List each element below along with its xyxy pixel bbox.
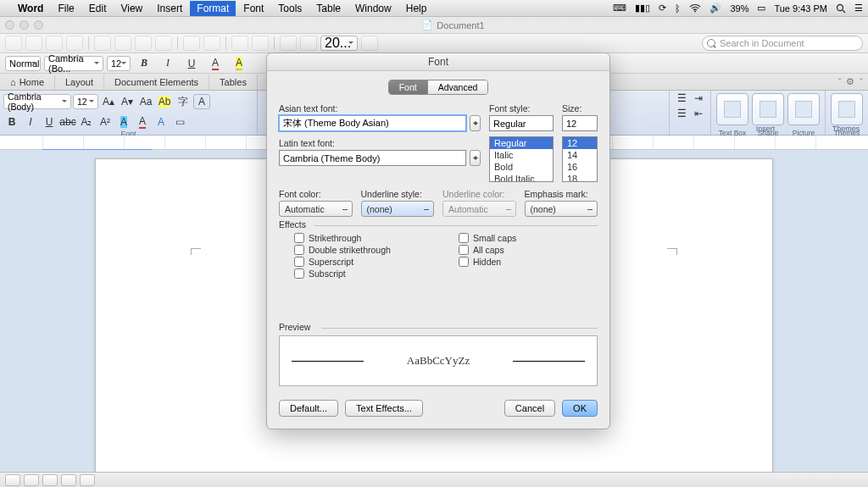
- textbox-button[interactable]: [716, 93, 748, 125]
- menu-view[interactable]: View: [114, 1, 149, 16]
- font-select[interactable]: Cambria (Bo...: [44, 56, 103, 71]
- clock[interactable]: Tue 9:43 PM: [774, 3, 827, 14]
- change-case-button[interactable]: Aa: [137, 94, 154, 109]
- copy-button[interactable]: [114, 36, 131, 51]
- grow-font-button[interactable]: A▴: [100, 94, 117, 109]
- open-button[interactable]: [25, 36, 42, 51]
- bold-button2[interactable]: B: [3, 114, 20, 130]
- notification-icon[interactable]: ☰: [854, 3, 863, 14]
- bullets-button[interactable]: ☰: [673, 91, 690, 106]
- volume-icon[interactable]: 🔊: [709, 3, 721, 14]
- apple-menu-icon[interactable]: [5, 7, 10, 10]
- spotlight-icon[interactable]: [836, 3, 846, 14]
- menu-help[interactable]: Help: [399, 1, 434, 16]
- search-input[interactable]: Search in Document: [702, 36, 863, 51]
- themes-button[interactable]: [831, 93, 863, 125]
- underline-button2[interactable]: U: [41, 114, 58, 130]
- emphasis-select[interactable]: (none): [525, 201, 598, 217]
- font-style-list[interactable]: Regular Italic Bold Bold Italic: [489, 136, 554, 182]
- shrink-font-button[interactable]: A▾: [119, 94, 136, 109]
- subscript-checkbox[interactable]: Subscript: [294, 268, 391, 279]
- paste-button[interactable]: [135, 36, 152, 51]
- zoom-select[interactable]: 20...: [320, 36, 358, 51]
- small-caps-checkbox[interactable]: Small caps: [459, 233, 516, 243]
- indent-button[interactable]: ⇥: [690, 91, 707, 106]
- font-tab[interactable]: Font: [389, 80, 428, 94]
- size-list[interactable]: 12 14 16 18 20: [562, 136, 598, 182]
- ok-button[interactable]: OK: [562, 400, 598, 417]
- redo-button[interactable]: [203, 36, 220, 51]
- font-color-button2[interactable]: A: [134, 114, 151, 130]
- ribbon-docelem-tab[interactable]: Document Elements: [104, 75, 209, 90]
- underline-style-select[interactable]: (none): [361, 201, 435, 217]
- italic-button[interactable]: I: [158, 55, 178, 72]
- view-outline-button[interactable]: [42, 474, 58, 486]
- columns-button[interactable]: [252, 36, 269, 51]
- border-button[interactable]: ▭: [171, 114, 188, 130]
- subscript-button[interactable]: A₂: [78, 114, 95, 130]
- ribbon-collapse-icon[interactable]: ˇ: [838, 77, 842, 87]
- outdent-button[interactable]: ⇤: [690, 106, 707, 121]
- latin-font-stepper[interactable]: [470, 150, 481, 166]
- list-item[interactable]: 12: [563, 137, 597, 149]
- tables-button[interactable]: [231, 36, 248, 51]
- minimize-window-button[interactable]: [19, 20, 29, 30]
- sync-icon[interactable]: ⟳: [659, 3, 666, 14]
- list-item[interactable]: Bold: [490, 161, 553, 173]
- text-effects-button[interactable]: A: [153, 114, 170, 130]
- numbering-button[interactable]: ☰: [673, 106, 690, 121]
- list-item[interactable]: Bold Italic: [490, 173, 553, 182]
- hidden-checkbox[interactable]: Hidden: [459, 257, 516, 267]
- highlight-button2[interactable]: A: [115, 114, 132, 130]
- view-web-button[interactable]: [24, 474, 39, 486]
- ribbon-font-select[interactable]: Cambria (Body): [3, 94, 71, 109]
- wifi-icon[interactable]: [689, 4, 701, 13]
- strike-button[interactable]: abc: [59, 114, 76, 130]
- menu-window[interactable]: Window: [348, 1, 398, 16]
- advanced-tab[interactable]: Advanced: [428, 80, 488, 94]
- double-strike-checkbox[interactable]: Double strikethrough: [294, 245, 391, 255]
- ribbon-size-select[interactable]: 12: [73, 94, 98, 109]
- menu-file[interactable]: File: [51, 1, 81, 16]
- font-style-input[interactable]: [489, 115, 554, 131]
- strikethrough-checkbox[interactable]: Strikethrough: [294, 233, 391, 243]
- undo-button[interactable]: [183, 36, 200, 51]
- print-button[interactable]: [66, 36, 83, 51]
- highlight-button[interactable]: A: [229, 55, 249, 72]
- underline-button[interactable]: U: [181, 55, 202, 72]
- picture-button[interactable]: [787, 93, 820, 125]
- latin-font-input[interactable]: [279, 150, 466, 166]
- text-effects-button[interactable]: Text Effects...: [345, 400, 423, 417]
- all-caps-checkbox[interactable]: All caps: [459, 245, 516, 255]
- ribbon-close-icon[interactable]: ˇ: [860, 77, 863, 87]
- close-window-button[interactable]: [5, 20, 14, 30]
- default-button[interactable]: Default...: [279, 400, 338, 417]
- list-item[interactable]: 16: [563, 161, 597, 173]
- cancel-button[interactable]: Cancel: [504, 400, 555, 417]
- list-item[interactable]: 18: [563, 173, 597, 182]
- view-focus-button[interactable]: [80, 474, 95, 486]
- italic-button2[interactable]: I: [22, 114, 39, 130]
- superscript-checkbox[interactable]: Superscript: [294, 257, 391, 267]
- ribbon-settings-icon[interactable]: ⚙: [846, 76, 854, 87]
- list-item[interactable]: Regular: [490, 137, 553, 149]
- clear-format-button[interactable]: Ab: [156, 94, 173, 109]
- format-painter-button[interactable]: [155, 36, 172, 51]
- list-item[interactable]: 14: [563, 149, 597, 161]
- bluetooth-icon[interactable]: ᛒ: [675, 3, 681, 14]
- font-color-select[interactable]: Automatic: [279, 201, 353, 217]
- ribbon-layout-tab[interactable]: Layout: [55, 75, 104, 90]
- show-button[interactable]: [280, 36, 297, 51]
- menu-table[interactable]: Table: [309, 1, 348, 16]
- superscript-button[interactable]: A²: [97, 114, 114, 130]
- menu-insert[interactable]: Insert: [150, 1, 189, 16]
- menu-font[interactable]: Font: [236, 1, 270, 16]
- zoom-window-button[interactable]: [34, 20, 43, 30]
- ribbon-tables-tab[interactable]: Tables: [209, 75, 258, 90]
- help-button[interactable]: [361, 36, 378, 51]
- asian-font-input[interactable]: [279, 115, 466, 131]
- battery-icon[interactable]: ▮▮▯: [635, 3, 650, 14]
- sidebar-button[interactable]: [300, 36, 317, 51]
- font-color-button[interactable]: A: [205, 55, 225, 72]
- app-menu[interactable]: Word: [11, 1, 50, 16]
